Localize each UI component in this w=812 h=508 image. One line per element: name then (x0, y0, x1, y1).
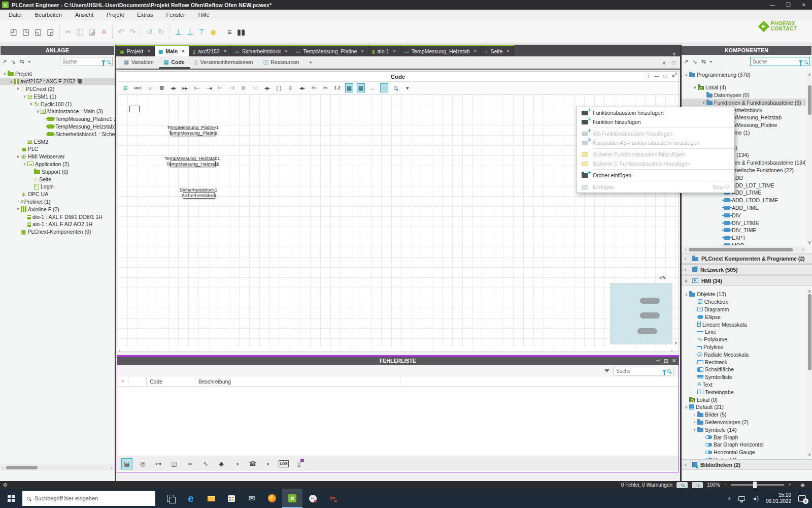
collapse-all-icon[interactable]: ↘ (692, 58, 697, 65)
tree-item-symbole-14[interactable]: ∨Symbole (14) (682, 426, 806, 433)
tree-item-bilder-5[interactable]: ›Bilder (5) (682, 411, 806, 419)
redo-icon[interactable]: ↷ (129, 28, 136, 36)
tree-item-default-21[interactable]: ∨Default (21) (682, 403, 806, 411)
expander-icon[interactable]: ∨ (15, 207, 21, 211)
taskbar-app-store[interactable] (221, 489, 242, 508)
tree-item-plc[interactable]: PLC (0, 145, 115, 153)
toolbar-more-icon[interactable]: ▾ (403, 83, 412, 92)
tree-item-linie[interactable]: Linie (682, 328, 806, 336)
komponenten-pan el-header[interactable]: KOMPONENTEN (682, 46, 811, 55)
left-rail-icon[interactable]: ⊢ (216, 83, 224, 92)
tree-item-expt[interactable]: EXPT (682, 234, 806, 242)
layout-rows-icon[interactable]: ≡ (227, 28, 232, 36)
maximize-icon[interactable]: ❐ (786, 2, 791, 8)
scroll-down-icon[interactable]: ∨ (673, 340, 679, 345)
tab-tempmessung-heizstab[interactable]: ▭TempMessung_Heizstab✕ (400, 45, 481, 56)
fehlerliste-header[interactable]: FEHLERLISTE ⊣ ◳ ✕ (117, 357, 679, 365)
anlage-search-input[interactable] (62, 59, 101, 65)
negated-coil-icon[interactable]: −◂ (205, 83, 213, 92)
scrollbar-thumb[interactable] (808, 294, 811, 370)
close-icon[interactable]: ✕ (802, 2, 806, 8)
tree-item-texteingabe[interactable]: ITexteingabe (682, 388, 806, 396)
tree-item-tempmessung-platine1-tempmessung-platine[interactable]: TempMessung_Platine1 : TempMessung_Plati… (0, 115, 115, 123)
tree-item-plcnext-komponenten-0[interactable]: ▣PLCnext-Komponenten (0) (0, 228, 115, 236)
unlink-icon[interactable]: ✂ (310, 83, 318, 92)
column-code[interactable]: Code (147, 377, 195, 386)
collapse-all-icon[interactable]: ↘ (11, 58, 15, 65)
column-filter-icon[interactable] (117, 377, 128, 386)
tree-item-cyclic100-1[interactable]: ∨↻Cyclic100 (1) (0, 100, 115, 108)
selected-empty-element[interactable] (129, 106, 140, 112)
taskbar-app-task-view[interactable] (160, 489, 181, 508)
scroll-left-icon[interactable]: ‹ (117, 348, 123, 353)
tree-item-div-ltime[interactable]: DIV_LTIME (682, 219, 806, 227)
fehlerliste-search-input[interactable] (616, 368, 662, 374)
scroll-left-icon[interactable]: ‹ (683, 247, 689, 252)
anlage-panel-header[interactable]: ANLAGE (1, 46, 114, 55)
tree-item-lokal-4[interactable]: ∨Lokal (4) (682, 84, 806, 91)
tab-axcf2152[interactable]: ▯axcf2152✕ (189, 45, 231, 56)
swap-vertical-icon[interactable]: ⇕ (286, 83, 294, 92)
column-beschreibung[interactable]: Beschreibung (195, 377, 400, 386)
align-list2-icon[interactable]: ≣ (158, 83, 166, 92)
subtab-[interactable]: + (304, 56, 317, 69)
tree-item-diagramm[interactable]: ↗Diagramm (682, 306, 806, 313)
expander-icon[interactable]: ∨ (22, 162, 27, 166)
cut-icon[interactable]: ✂ (65, 28, 72, 36)
expander-icon[interactable]: ∨ (685, 278, 689, 283)
filter-search-icon[interactable] (799, 60, 803, 63)
cross-references-icon[interactable]: ⊶ (153, 458, 164, 469)
taskbar-app-explorer[interactable] (201, 489, 221, 508)
programmierung-vertical-scrollbar[interactable]: ∧ ∨ (806, 72, 812, 245)
section-netzwerk-505[interactable]: ›Netzwerk (505) (682, 264, 812, 275)
scroll-left-icon[interactable]: ‹ (0, 465, 6, 470)
swap-horizontal-icon[interactable]: ◂▸ (298, 83, 306, 92)
subtab-ressourcen[interactable]: ◫Ressourcen (258, 56, 304, 69)
section-plcnext-komponenten-programme-2[interactable]: ›PLCnext Komponenten & Programme (2) (682, 253, 812, 264)
anlage-horizontal-scrollbar[interactable]: ‹ › (0, 464, 115, 471)
sync-selection-icon[interactable]: ⇆ (19, 58, 24, 65)
error-list-icon[interactable]: ▤ (121, 458, 132, 469)
align-list-icon[interactable]: ≡ (146, 83, 154, 92)
taskbar-app-mail[interactable]: ✉ (242, 489, 262, 508)
write-download-icon[interactable]: ⊥ (187, 28, 193, 36)
delete-icon[interactable]: ✕ (101, 28, 108, 36)
expander-icon[interactable]: ∨ (2, 72, 8, 76)
zoom-icon[interactable] (392, 83, 400, 92)
tree-item-schaltfl-che[interactable]: Schaltfläche (682, 366, 806, 373)
menu-extras[interactable]: Extras (130, 10, 159, 20)
open-project-icon[interactable]: ◳ (22, 28, 29, 36)
rewire-icon[interactable]: ↺ (146, 28, 153, 36)
scrollbar-thumb[interactable] (808, 85, 811, 115)
angle-brackets-icon[interactable]: ◂▸ (263, 83, 271, 92)
tree-item-radiale-messskala[interactable]: Radiale Messskala (682, 351, 806, 358)
tree-item-opc-ua[interactable]: ∗OPC UA (0, 190, 115, 198)
tab-close-icon[interactable]: ✕ (393, 49, 397, 54)
breakpoints-icon[interactable]: ◑ (231, 458, 243, 469)
start-button[interactable] (0, 489, 22, 508)
undo-icon[interactable]: ↶ (118, 28, 124, 36)
menu-datei[interactable]: Datei (2, 10, 28, 20)
tree-item-vertical-gauge[interactable]: Vertical Gauge (682, 456, 806, 459)
trend-icon[interactable]: ∿ (200, 458, 211, 469)
tree-item-mod[interactable]: MOD (682, 242, 806, 245)
scroll-right-icon[interactable]: › (669, 348, 675, 353)
paste-icon[interactable]: ◪ (89, 28, 96, 36)
sync-selection-icon[interactable]: ⇆ (701, 58, 705, 65)
tab-projekt[interactable]: ▣Projekt✕ (116, 45, 155, 56)
tree-item-application-2[interactable]: ∨Application (2) (0, 161, 115, 168)
tree-item-aio-1-axl-f-ai2-ao2-1h[interactable]: aio-1 : AXL F AI2 AO2 1H (0, 220, 115, 228)
right-rail-icon[interactable]: ⊣ (228, 83, 236, 92)
expander-icon[interactable]: › (692, 420, 697, 424)
tree-item-datentypen-0[interactable]: Datentypen (0) (682, 91, 806, 99)
debug-login-icon[interactable]: ◉ (210, 28, 217, 36)
expander-icon[interactable]: ∨ (684, 292, 689, 297)
taskbar-search[interactable]: Suchbegriff hier eingeben (22, 491, 155, 506)
tree-item-polykurve[interactable]: ∿Polykurve (682, 336, 806, 343)
taskbar-app-firefox[interactable] (262, 489, 282, 508)
menu-fenster[interactable]: Fenster (159, 10, 191, 20)
more-icon[interactable]: ▾ (710, 59, 712, 64)
filter-search-icon[interactable] (662, 370, 666, 372)
chevron-down-icon[interactable]: ∨ (662, 60, 666, 66)
pin-icon[interactable]: ⊣ (656, 358, 660, 363)
